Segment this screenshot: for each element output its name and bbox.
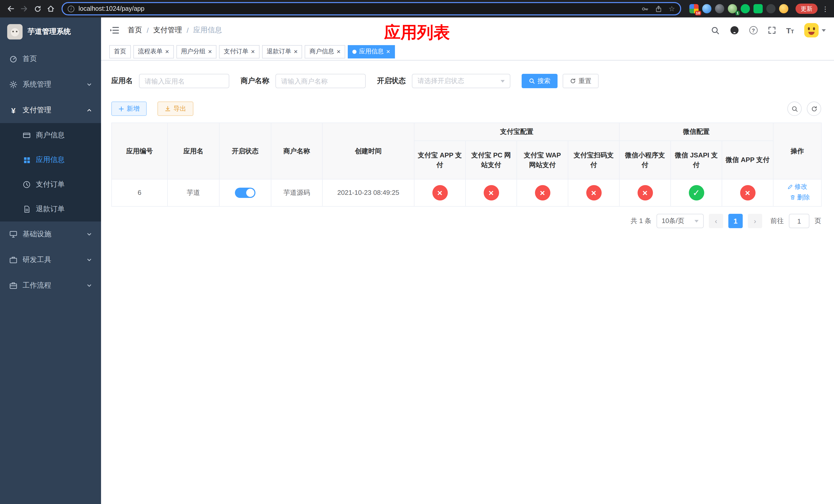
breadcrumb-app-info: 应用信息 — [193, 26, 222, 35]
app-table: 应用编号 应用名 开启状态 商户名称 创建时间 支付宝配置 微信配置 操作 支付… — [111, 122, 822, 207]
header-search-icon[interactable] — [711, 26, 719, 35]
merchant-name-label: 商户名称 — [241, 76, 269, 86]
browser-back-button[interactable] — [4, 2, 18, 15]
sidebar-item-merchant-info[interactable]: 商户信息 — [0, 123, 101, 148]
password-key-icon[interactable] — [641, 5, 649, 13]
goto-suffix: 页 — [814, 216, 821, 226]
extensions-area: 10 1 — [689, 4, 788, 13]
cell-app-name: 芋道 — [168, 179, 219, 206]
col-actions: 操作 — [773, 123, 821, 179]
wechat-jsapi-status-icon: ✓ — [688, 185, 704, 201]
site-info-icon[interactable]: i — [68, 5, 74, 12]
extension-icon-green-circle[interactable] — [741, 4, 750, 13]
yen-icon: ¥ — [9, 107, 18, 114]
col-wechat-app: 微信 APP 支付 — [722, 141, 773, 179]
cell-actions: 修改 删除 — [773, 179, 821, 206]
goto-page-input[interactable] — [789, 214, 809, 228]
github-icon[interactable] — [730, 26, 739, 35]
cell-create-time: 2021-10-23 08:49:25 — [322, 179, 414, 206]
bookmark-star-icon[interactable]: ☆ — [668, 5, 675, 13]
fullscreen-icon[interactable] — [768, 26, 776, 35]
chevron-down-icon — [87, 257, 92, 262]
browser-chrome: i localhost:1024/pay/app ☆ 10 1 — [0, 0, 834, 18]
export-button[interactable]: 导出 — [157, 101, 193, 116]
col-group-wechat: 微信配置 — [619, 123, 773, 141]
sidebar-item-workflow[interactable]: 工作流程 — [0, 273, 101, 298]
reset-button[interactable]: 重置 — [563, 74, 598, 88]
toggle-search-button[interactable] — [787, 101, 802, 116]
extension-icon-emoji[interactable] — [779, 4, 788, 13]
search-button[interactable]: 搜索 — [522, 74, 557, 88]
close-icon[interactable]: × — [251, 48, 255, 55]
browser-home-button[interactable] — [44, 2, 58, 15]
sidebar-item-system[interactable]: 系统管理 — [0, 72, 101, 97]
col-status: 开启状态 — [219, 123, 271, 179]
status-toggle[interactable] — [235, 188, 256, 198]
tab-home[interactable]: 首页 — [109, 45, 131, 58]
close-icon[interactable]: × — [165, 48, 169, 55]
prev-page-button[interactable]: ‹ — [709, 214, 723, 228]
tab-process-form[interactable]: 流程表单 × — [133, 45, 174, 58]
breadcrumb-payment[interactable]: 支付管理 — [153, 26, 182, 35]
alipay-pc-status-icon: × — [483, 185, 499, 201]
add-button[interactable]: 新增 — [111, 101, 147, 116]
card-icon — [23, 131, 31, 139]
extension-icon-blue[interactable] — [702, 4, 711, 13]
close-icon[interactable]: × — [386, 48, 390, 55]
refresh-table-button[interactable] — [807, 101, 821, 116]
close-icon[interactable]: × — [337, 48, 341, 55]
sidebar-item-app-info[interactable]: 应用信息 — [0, 148, 101, 172]
browser-menu-icon[interactable]: ⋮ — [821, 5, 830, 13]
edit-link[interactable]: 修改 — [787, 182, 807, 192]
tab-app-info[interactable]: 应用信息 × — [348, 45, 395, 58]
tab-user-group[interactable]: 用户分组 × — [176, 45, 216, 58]
extension-icon-pin[interactable] — [766, 4, 775, 13]
sidebar-item-refund-orders[interactable]: 退款订单 — [0, 197, 101, 222]
col-group-alipay: 支付宝配置 — [414, 123, 619, 141]
page-size-select[interactable]: 10条/页 — [657, 214, 704, 228]
browser-reload-button[interactable] — [31, 2, 44, 15]
clock-circle-icon — [23, 181, 31, 189]
col-merchant-name: 商户名称 — [271, 123, 322, 179]
help-icon[interactable]: ? — [749, 26, 757, 35]
status-select[interactable]: 请选择开启状态 — [412, 74, 510, 88]
tab-payment-orders[interactable]: 支付订单 × — [219, 45, 259, 58]
sidebar-item-payment-orders[interactable]: 支付订单 — [0, 172, 101, 197]
chrome-update-button[interactable]: 更新 — [795, 4, 818, 14]
cell-merchant-name: 芋道源码 — [271, 179, 322, 206]
browser-forward-button[interactable] — [18, 2, 31, 15]
sidebar-item-infrastructure[interactable]: 基础设施 — [0, 222, 101, 247]
chevron-down-icon — [87, 232, 92, 237]
address-bar[interactable]: i localhost:1024/pay/app ☆ — [62, 2, 681, 15]
pagination: 共 1 条 10条/页 ‹ 1 › 前往 页 — [111, 214, 821, 228]
briefcase-icon — [9, 256, 18, 264]
next-page-button[interactable]: › — [748, 214, 762, 228]
dashboard-icon — [9, 55, 18, 63]
app-logo[interactable]: 芋道管理系统 — [0, 18, 101, 46]
hamburger-icon[interactable] — [109, 25, 119, 36]
merchant-name-input[interactable] — [276, 74, 366, 88]
tab-refund-orders[interactable]: 退款订单 × — [262, 45, 302, 58]
app-name-label: 应用名 — [111, 76, 133, 86]
extension-icon-dark-sphere[interactable] — [715, 4, 724, 13]
breadcrumb-home[interactable]: 首页 — [128, 26, 142, 35]
extension-icon-avatar[interactable]: 1 — [728, 4, 737, 13]
user-menu[interactable] — [804, 23, 826, 38]
page-number-button[interactable]: 1 — [728, 214, 743, 228]
sidebar: 芋道管理系统 首页 系统管理 — [0, 18, 101, 504]
share-icon[interactable] — [655, 5, 662, 13]
sidebar-item-home[interactable]: 首页 — [0, 46, 101, 72]
close-icon[interactable]: × — [208, 48, 212, 55]
sidebar-item-payment[interactable]: ¥ 支付管理 — [0, 97, 101, 123]
sidebar-item-dev-tools[interactable]: 研发工具 — [0, 247, 101, 273]
extension-icon-grid[interactable]: 10 — [689, 4, 699, 13]
font-size-icon[interactable]: TT — [786, 26, 794, 34]
tab-merchant-info[interactable]: 商户信息 × — [305, 45, 345, 58]
col-wechat-jsapi: 微信 JSAPI 支付 — [671, 141, 722, 179]
close-icon[interactable]: × — [294, 48, 298, 55]
delete-link[interactable]: 删除 — [790, 193, 810, 203]
app-name-input[interactable] — [139, 74, 229, 88]
gear-icon — [9, 81, 18, 89]
cell-app-id: 6 — [112, 179, 168, 206]
extension-icon-green-chat[interactable] — [753, 4, 763, 13]
